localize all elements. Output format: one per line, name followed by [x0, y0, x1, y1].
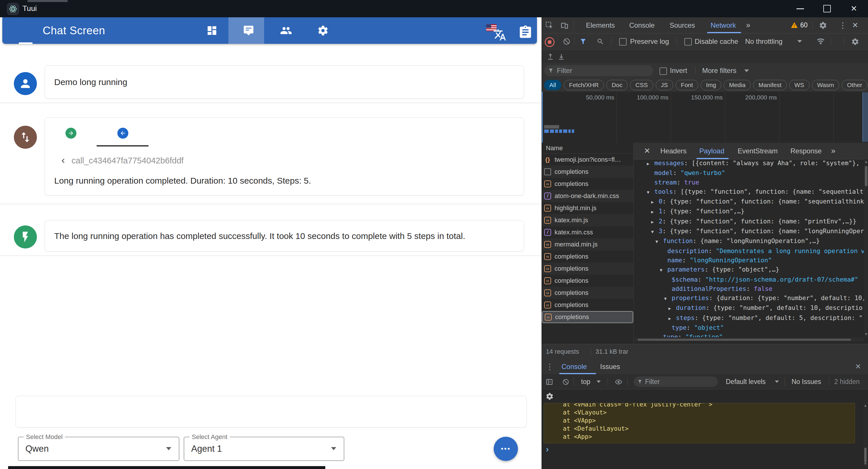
more-filters-button[interactable]: More filters [702, 63, 737, 79]
more-tabs-icon[interactable]: » [746, 17, 750, 33]
name-column-header[interactable]: Name [542, 143, 633, 154]
network-overview[interactable]: 50,000 ms 100,000 ms 150,000 ms 200,000 … [542, 92, 868, 143]
chip-doc[interactable]: Doc [607, 80, 627, 90]
invert-checkbox[interactable] [659, 67, 667, 75]
preserve-log-checkbox[interactable] [619, 38, 627, 45]
payload-line[interactable]: $schema: "http://json-schema.org/draft-0… [633, 275, 864, 284]
chevron-left-icon[interactable] [59, 157, 67, 165]
close-detail-icon[interactable]: ✕ [644, 143, 650, 159]
request-row[interactable]: ‹›completions [542, 250, 633, 262]
tab-console-drawer[interactable]: Console [561, 359, 587, 374]
request-row[interactable]: completions [542, 166, 633, 178]
record-button[interactable] [545, 37, 555, 47]
chip-media[interactable]: Media [724, 80, 751, 90]
chip-font[interactable]: Font [676, 80, 698, 90]
console-settings-icon[interactable] [545, 392, 554, 401]
console-filter-input[interactable]: Filter [633, 376, 718, 387]
payload-line[interactable]: type: "object" [633, 323, 864, 332]
close-button[interactable]: ✕ [841, 0, 866, 17]
more-options-fab[interactable]: ••• [494, 437, 518, 461]
agents-tab-button[interactable] [277, 17, 295, 44]
payload-line[interactable]: model: "qwen-turbo" [633, 168, 864, 178]
scroll-up-icon[interactable]: ▲ [863, 404, 868, 408]
clear-console-icon[interactable] [562, 378, 569, 386]
request-row-selected[interactable]: ‹›completions [542, 311, 633, 323]
request-row[interactable]: /katex.min.css [542, 226, 633, 239]
tab-payload[interactable]: Payload [699, 143, 724, 159]
request-row[interactable]: ‹›katex.min.js [542, 214, 633, 226]
payload-line[interactable]: ▶0: {type: "function", function: {name: … [633, 197, 864, 207]
tree-arrow-icon[interactable]: ▼ [647, 188, 654, 197]
request-row[interactable]: ‹›completions [542, 275, 633, 287]
console-prompt-icon[interactable]: › [546, 444, 549, 454]
request-row[interactable]: ‹›completions [542, 299, 633, 311]
console-warning-message[interactable]: at <VMain class="d-flex justify-center" … [544, 403, 855, 443]
disable-cache-checkbox[interactable] [684, 38, 692, 45]
chat-tab-button[interactable] [239, 17, 258, 44]
request-row[interactable]: {}twemoji.json?icons=fl… [542, 154, 633, 166]
scrollbar-thumb[interactable] [865, 166, 867, 186]
payload-line[interactable]: ▶2: {type: "function", function: {name: … [633, 217, 864, 226]
preserve-log-label[interactable]: Preserve log [630, 33, 669, 50]
dashboard-tab-button[interactable] [203, 17, 221, 44]
translate-icon[interactable] [493, 28, 506, 41]
settings-tab-button[interactable] [314, 17, 332, 44]
tab-console[interactable]: Console [629, 17, 655, 33]
tab-network[interactable]: Network [711, 17, 736, 33]
tab-elements[interactable]: Elements [586, 17, 615, 33]
tree-arrow-icon[interactable]: ▼ [660, 265, 667, 275]
tool-call-row[interactable]: call_c434647fa7754042b6fddf [59, 156, 184, 165]
payload-line[interactable]: ▶duration: {type: "number", default: 10,… [633, 303, 864, 313]
model-select[interactable]: Select Model Qwen [18, 437, 179, 461]
scroll-up-icon[interactable]: ▲ [864, 160, 868, 164]
menu-button[interactable] [19, 41, 33, 55]
chip-css[interactable]: CSS [630, 80, 653, 90]
tool-response-tab[interactable] [97, 126, 149, 141]
message-input[interactable] [16, 396, 527, 428]
tree-arrow-icon[interactable]: ▶ [651, 207, 659, 217]
devtools-settings-icon[interactable] [819, 21, 827, 30]
tree-arrow-icon[interactable]: ▶ [669, 314, 676, 323]
invert-label[interactable]: Invert [670, 63, 687, 79]
clear-network-icon[interactable] [563, 37, 571, 45]
tab-headers[interactable]: Headers [660, 143, 687, 159]
close-devtools-icon[interactable]: ✕ [852, 17, 858, 33]
export-har-icon[interactable] [557, 52, 565, 61]
chip-all[interactable]: All [544, 80, 561, 90]
request-row[interactable]: ‹›completions [542, 262, 633, 275]
device-toolbar-icon[interactable] [560, 21, 569, 30]
import-har-icon[interactable] [546, 52, 555, 61]
scroll-down-icon[interactable]: ▼ [864, 332, 868, 336]
tree-arrow-icon[interactable]: ▼ [655, 237, 663, 246]
network-filter-input[interactable]: Filter [544, 65, 653, 76]
minimize-button[interactable] [788, 0, 813, 17]
tool-request-tab[interactable] [45, 126, 97, 141]
payload-line[interactable]: ▼function: {name: "longRunningOperation"… [633, 237, 864, 246]
filter-toggle-icon[interactable] [579, 38, 587, 45]
tab-sources[interactable]: Sources [670, 17, 695, 33]
no-issues-label[interactable]: No Issues [792, 374, 821, 389]
context-selector[interactable]: top [581, 374, 590, 389]
request-row[interactable]: /atom-one-dark.min.css [542, 190, 633, 202]
payload-line[interactable]: ▶steps: {type: "number", default: 5, des… [633, 313, 864, 323]
scrollbar-thumb[interactable] [638, 339, 851, 341]
tree-arrow-icon[interactable]: ▶ [651, 217, 659, 226]
payload-line[interactable]: additionalProperties: false [633, 284, 864, 293]
kebab-menu-icon[interactable]: ⋮ [546, 359, 554, 374]
more-tabs-icon[interactable]: » [831, 143, 835, 159]
disable-cache-label[interactable]: Disable cache [695, 33, 738, 50]
log-levels-select[interactable]: Default levels [726, 374, 766, 389]
tree-arrow-icon[interactable]: ▼ [664, 294, 672, 303]
clipboard-button[interactable] [518, 25, 533, 40]
horizontal-scrollbar[interactable] [633, 338, 864, 342]
payload-line[interactable]: ▼properties: {duration: {type: "number",… [633, 293, 864, 303]
network-conditions-icon[interactable] [816, 37, 825, 46]
chip-other[interactable]: Other [842, 80, 867, 90]
chip-manifest[interactable]: Manifest [753, 80, 786, 90]
payload-line[interactable]: stream: true [633, 178, 864, 187]
close-drawer-icon[interactable]: ✕ [855, 359, 861, 374]
vertical-scrollbar[interactable]: ▲ ▼ [863, 403, 868, 467]
tab-issues[interactable]: Issues [600, 359, 620, 374]
request-row[interactable]: ‹›highlight.min.js [542, 202, 633, 214]
payload-line[interactable]: ▶1: {type: "function",…} [633, 207, 864, 217]
